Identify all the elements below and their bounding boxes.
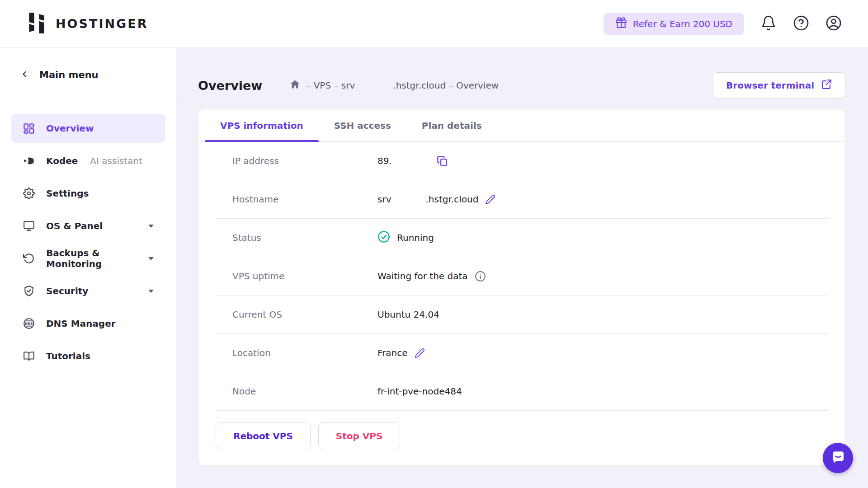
monitor-icon [23, 220, 35, 232]
tab-ssh-access[interactable]: SSH access [319, 109, 406, 141]
browser-terminal-button[interactable]: Browser terminal [713, 72, 845, 99]
row-label: Status [216, 232, 377, 243]
table-row-location: Location France [216, 334, 829, 372]
chat-bubble-icon [830, 449, 846, 467]
table-row-status: Status Running [216, 219, 829, 257]
vps-uptime-value: Waiting for the data [377, 271, 468, 282]
hostinger-logo[interactable]: HOSTINGER [27, 13, 148, 35]
location-value: France [377, 347, 408, 358]
sidebar-item-settings[interactable]: Settings [11, 179, 165, 208]
sidebar-item-label: Backups & Monitoring [46, 248, 137, 269]
tab-label: VPS information [220, 120, 303, 131]
info-icon[interactable] [475, 271, 486, 282]
hostname-value-prefix: srv [377, 194, 391, 205]
row-label: Current OS [216, 309, 377, 320]
book-icon [23, 350, 35, 362]
sidebar-item-label: Tutorials [46, 351, 90, 361]
breadcrumb: – VPS – srv .hstgr.cloud – Overview [290, 79, 499, 92]
sidebar-item-label: OS & Panel [46, 221, 103, 231]
sidebar-item-label: Kodee [46, 155, 78, 166]
account-button[interactable] [826, 15, 842, 33]
refer-earn-button[interactable]: Refer & Earn 200 USD [604, 13, 744, 35]
tab-bar: VPS information SSH access Plan details [198, 109, 845, 142]
status-badge: Running [397, 232, 434, 243]
hostname-value-suffix: .hstgr.cloud [425, 194, 478, 205]
table-row-node: Node fr-int-pve-node484 [216, 372, 829, 411]
row-label: Node [216, 386, 377, 397]
sidebar-item-tutorials[interactable]: Tutorials [11, 342, 165, 371]
back-to-main-menu[interactable]: Main menu [0, 48, 176, 102]
vps-details-table: IP address 89. Hostname srv [198, 142, 845, 411]
table-row-ip-address: IP address 89. [216, 142, 829, 180]
chevron-down-icon [148, 225, 154, 228]
ip-address-value: 89. [377, 155, 392, 166]
sidebar-item-kodee[interactable]: Kodee AI assistant [11, 146, 165, 175]
home-icon[interactable] [290, 79, 300, 92]
gift-icon [615, 17, 627, 31]
breadcrumb-text-prefix: – VPS – srv [306, 80, 355, 91]
hostinger-logo-icon [27, 13, 47, 35]
sidebar-item-os-panel[interactable]: OS & Panel [11, 211, 165, 240]
sidebar-menu: Overview Kodee AI assistant Settings [0, 102, 176, 382]
bell-icon [760, 15, 777, 33]
copy-icon[interactable] [436, 155, 448, 167]
table-row-hostname: Hostname srv .hstgr.cloud [216, 180, 829, 219]
vps-overview-card: VPS information SSH access Plan details … [198, 109, 845, 466]
tab-label: SSH access [334, 120, 391, 131]
table-row-current-os: Current OS Ubuntu 24.04 [216, 296, 829, 334]
external-link-icon [821, 79, 832, 92]
main-content: Overview – VPS – srv .hstgr.cloud – Over… [177, 48, 868, 488]
row-label: IP address [216, 155, 377, 166]
chevron-left-icon [20, 70, 29, 81]
account-icon [826, 15, 842, 33]
chevron-down-icon [148, 290, 154, 293]
gear-icon [23, 188, 35, 200]
sidebar-item-label: Overview [46, 123, 94, 134]
sidebar-item-backups-monitoring[interactable]: Backups & Monitoring [11, 244, 165, 273]
kodee-suffix-label: AI assistant [90, 155, 142, 166]
dns-icon: DNS [23, 318, 35, 330]
breadcrumb-text-suffix: .hstgr.cloud – Overview [393, 80, 499, 91]
sidebar-item-dns-manager[interactable]: DNS DNS Manager [11, 309, 165, 338]
table-row-vps-uptime: VPS uptime Waiting for the data [216, 257, 829, 296]
edit-icon[interactable] [485, 194, 495, 205]
tab-label: Plan details [422, 120, 482, 131]
notifications-button[interactable] [760, 15, 777, 33]
page-title: Overview [198, 79, 262, 93]
tab-plan-details[interactable]: Plan details [406, 109, 497, 141]
top-header: HOSTINGER Refer & Earn 200 USD [0, 0, 868, 48]
browser-terminal-label: Browser terminal [726, 80, 814, 91]
question-circle-icon [793, 15, 809, 33]
vertical-divider [276, 73, 276, 98]
sidebar-item-label: Settings [46, 188, 89, 199]
status-running-icon [377, 230, 390, 245]
shield-check-icon [23, 285, 35, 297]
restore-icon [23, 253, 35, 265]
brand-name: HOSTINGER [56, 17, 148, 31]
support-chat-button[interactable] [823, 443, 853, 473]
help-button[interactable] [793, 15, 809, 33]
chevron-down-icon [148, 257, 154, 260]
row-label: Location [216, 347, 377, 358]
current-os-value: Ubuntu 24.04 [377, 309, 439, 320]
tab-vps-information[interactable]: VPS information [205, 109, 319, 141]
dashboard-icon [23, 122, 35, 135]
node-value: fr-int-pve-node484 [377, 386, 462, 397]
sidebar: Main menu Overview Kodee AI [0, 48, 177, 488]
sidebar-item-security[interactable]: Security [11, 277, 165, 305]
stop-vps-button[interactable]: Stop VPS [318, 422, 401, 449]
reboot-vps-button[interactable]: Reboot VPS [216, 422, 311, 449]
main-menu-label: Main menu [39, 70, 99, 80]
edit-icon[interactable] [415, 348, 425, 358]
row-label: VPS uptime [216, 271, 377, 282]
kodee-icon [23, 155, 35, 167]
svg-text:DNS: DNS [24, 322, 33, 326]
sidebar-item-label: Security [46, 286, 88, 296]
sidebar-item-label: DNS Manager [46, 318, 116, 329]
row-label: Hostname [216, 194, 377, 205]
refer-earn-label: Refer & Earn 200 USD [633, 19, 732, 29]
sidebar-item-overview[interactable]: Overview [11, 114, 165, 143]
